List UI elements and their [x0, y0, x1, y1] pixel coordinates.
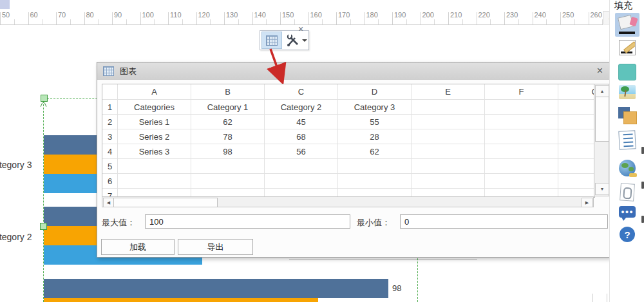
dialog-title: 图表 — [120, 66, 137, 77]
grid-cell[interactable]: Series 1 — [118, 115, 191, 129]
grid-cell[interactable] — [558, 100, 595, 115]
table-row: 2Series 1624555 — [102, 115, 595, 129]
grid-cell[interactable] — [485, 129, 558, 144]
grid-column-header: A — [118, 84, 191, 100]
sidebar-item-picture[interactable] — [619, 85, 636, 99]
grid-cell[interactable] — [191, 174, 265, 189]
grid-cell[interactable] — [412, 129, 485, 144]
sidebar-item-layers[interactable] — [618, 107, 636, 124]
grid-cell[interactable] — [558, 115, 595, 129]
grid-cell[interactable]: Series 2 — [118, 129, 191, 144]
grid-cell[interactable]: 55 — [338, 115, 412, 129]
grid-cell[interactable] — [412, 174, 485, 189]
max-value-label: 最大值： — [102, 217, 135, 229]
selection-dash-left — [43, 98, 44, 302]
grid-cell[interactable]: Categories — [118, 100, 191, 115]
grid-cell[interactable]: Category 1 — [191, 100, 265, 115]
grid-cell[interactable] — [412, 100, 485, 115]
selection-handle-midleft[interactable] — [40, 223, 47, 230]
grid-cell[interactable]: 62 — [338, 144, 412, 159]
grid-cell[interactable]: Series 3 — [118, 144, 191, 159]
export-button[interactable]: 导出 — [178, 239, 253, 255]
grid-cell[interactable] — [412, 115, 485, 129]
grid-scroll-up-button[interactable]: ▲ — [595, 85, 609, 97]
grid-hscroll-thumb[interactable] — [113, 198, 218, 207]
sidebar-item-help[interactable]: ? — [620, 227, 635, 242]
grid-vscroll-thumb[interactable] — [595, 97, 609, 142]
grid-cell[interactable] — [558, 174, 595, 189]
grid-cell[interactable] — [485, 159, 558, 174]
grid-cell[interactable]: 45 — [265, 115, 338, 129]
chart-bar[interactable] — [44, 279, 388, 298]
grid-cell[interactable] — [118, 159, 191, 174]
grid-cell[interactable] — [485, 144, 558, 159]
comment-icon: ●●● — [619, 206, 636, 218]
load-button[interactable]: 加载 — [101, 239, 175, 255]
chart-bar[interactable] — [44, 298, 318, 302]
grid-cell[interactable] — [558, 129, 595, 144]
sidebar-item-comment[interactable]: ●●● — [619, 206, 636, 218]
grid-cell[interactable] — [558, 144, 595, 159]
color-swatch-icon — [618, 64, 636, 80]
grid-column-header: E — [412, 84, 485, 100]
grid-cell[interactable]: 56 — [265, 144, 338, 159]
grid-scroll-left-button[interactable]: ◀ — [103, 198, 114, 207]
grid-cell[interactable]: Category 3 — [338, 100, 412, 115]
grid-cell[interactable] — [191, 159, 265, 174]
grid-cell[interactable]: 78 — [191, 129, 265, 144]
mini-toolbar-close-button[interactable]: × — [298, 24, 303, 33]
grid-cell[interactable]: 28 — [338, 129, 412, 144]
grid-cell[interactable]: 68 — [265, 129, 338, 144]
sidebar-item-line-style[interactable] — [619, 40, 636, 55]
grid-cell[interactable] — [338, 159, 412, 174]
clipped-text-fragment — [641, 216, 644, 223]
grid-row-number: 1 — [102, 100, 118, 115]
max-value-input[interactable] — [145, 214, 350, 229]
clipped-text-fragment — [641, 182, 644, 189]
grid-cell[interactable] — [485, 174, 558, 189]
fill-panel-label: 填充 — [614, 0, 632, 12]
sidebar-item-color-swatch[interactable] — [618, 64, 636, 80]
grid-cell[interactable] — [118, 174, 191, 189]
selection-handle-topleft[interactable] — [41, 95, 48, 102]
table-row: 5 — [102, 159, 595, 174]
sidebar-item-attachment[interactable] — [620, 184, 634, 201]
sidebar-item-notes[interactable] — [619, 131, 636, 149]
grid-cell[interactable] — [558, 159, 595, 174]
table-row: 3Series 2786828 — [102, 129, 595, 144]
grid-cell[interactable]: 98 — [191, 144, 265, 159]
dialog-titlebar[interactable]: 图表 × — [97, 62, 610, 80]
up-arrow-icon: ▲ — [600, 89, 605, 93]
globe-icon — [619, 160, 636, 176]
min-value-input[interactable] — [400, 214, 608, 229]
grid-column-header: D — [338, 84, 412, 100]
dialog-close-button[interactable]: × — [597, 66, 603, 76]
table-row: 6 — [102, 174, 595, 189]
grid-cell[interactable] — [412, 144, 485, 159]
grid-horizontal-scrollbar[interactable]: ◀ ▶ — [102, 196, 594, 207]
bar-value-label: 98 — [392, 283, 401, 293]
grid-scroll-down-button[interactable]: ▼ — [595, 183, 609, 195]
grid-row-number: 4 — [102, 144, 118, 159]
table-row: 4Series 3985662 — [102, 144, 595, 159]
sidebar-item-fill[interactable] — [615, 13, 639, 37]
grid-cell[interactable] — [265, 174, 338, 189]
data-grid[interactable]: ABCDEFG1CategoriesCategory 1Category 2Ca… — [102, 84, 595, 198]
layers-icon — [618, 107, 636, 124]
grid-scroll-right-button[interactable]: ▶ — [582, 198, 592, 207]
red-annotation-arrow — [263, 44, 291, 84]
grid-row-number: 2 — [102, 115, 118, 129]
grid-cell[interactable] — [338, 174, 412, 189]
grid-cell[interactable] — [412, 159, 485, 174]
rotation-mark — [41, 102, 47, 106]
grid-cell[interactable]: Category 2 — [265, 100, 338, 115]
grid-row-number: 6 — [102, 174, 118, 189]
grid-cell[interactable]: 62 — [191, 115, 265, 129]
grid-vertical-scrollbar[interactable]: ▲ ▼ — [594, 84, 609, 196]
grid-cell[interactable] — [485, 115, 558, 129]
grid-cell[interactable] — [265, 159, 338, 174]
sidebar-item-hyperlink[interactable] — [619, 160, 636, 176]
grid-column-header: C — [265, 84, 338, 100]
table-icon — [103, 66, 114, 76]
grid-cell[interactable] — [485, 100, 558, 115]
